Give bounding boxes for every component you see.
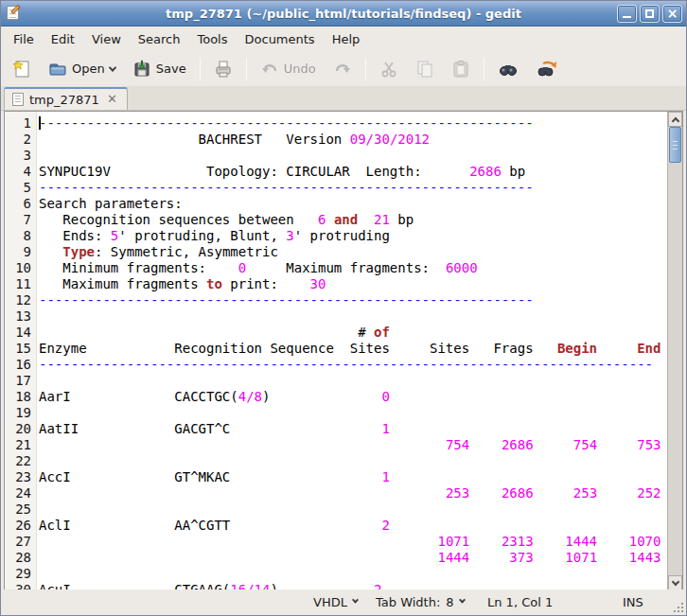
scrollbar-track[interactable] xyxy=(668,127,682,575)
code-line[interactable] xyxy=(39,405,667,421)
code-line[interactable] xyxy=(39,453,667,469)
code-line[interactable]: Type: Symmetric, Asymmetric xyxy=(39,244,667,260)
tab-tmp-27871[interactable]: tmp_27871 ✕ xyxy=(4,87,128,110)
language-selector[interactable]: VHDL xyxy=(313,595,358,609)
new-document-button[interactable] xyxy=(5,55,39,83)
line-number: 22 xyxy=(5,453,31,469)
menubar: FileEditViewSearchToolsDocumentsHelp xyxy=(1,26,686,51)
line-number: 19 xyxy=(5,405,31,421)
toolbar-separator xyxy=(365,58,366,80)
code-line[interactable]: # of xyxy=(39,325,667,341)
find-button[interactable] xyxy=(490,55,526,83)
line-number: 18 xyxy=(5,389,31,405)
code-line[interactable]: ----------------------------------------… xyxy=(39,115,667,132)
code-line[interactable] xyxy=(39,566,667,582)
replace-button[interactable] xyxy=(528,55,566,83)
new-document-icon xyxy=(12,60,31,79)
code-line[interactable] xyxy=(39,373,667,389)
line-number: 3 xyxy=(5,148,31,164)
line-number: 16 xyxy=(5,357,31,373)
line-number: 7 xyxy=(5,212,31,228)
scroll-up-button[interactable] xyxy=(668,112,682,127)
find-icon xyxy=(498,60,519,79)
tab-label: tmp_27871 xyxy=(29,93,99,107)
line-number: 14 xyxy=(5,325,31,341)
code-line[interactable] xyxy=(39,148,667,164)
line-number: 6 xyxy=(5,196,31,212)
scrollbar-thumb[interactable] xyxy=(669,127,681,163)
tab-width-label: Tab Width: xyxy=(376,595,440,609)
editor-frame: 1234567891011121314151617181920212223242… xyxy=(4,111,683,591)
menu-item-tools[interactable]: Tools xyxy=(188,28,236,50)
line-number-gutter: 1234567891011121314151617181920212223242… xyxy=(5,112,37,590)
save-label: Save xyxy=(156,62,186,76)
code-line[interactable]: Ends: 5' protruding, Blunt, 3' protrudin… xyxy=(39,228,667,244)
line-number: 26 xyxy=(5,518,31,534)
code-line[interactable] xyxy=(39,308,667,325)
copy-button[interactable] xyxy=(408,55,442,83)
code-line[interactable]: Minimum fragments: 0 Maximum fragments: … xyxy=(39,260,667,276)
menu-item-help[interactable]: Help xyxy=(324,28,369,50)
line-number: 21 xyxy=(5,437,31,453)
code-line[interactable]: Enzyme Recognition Sequence Sites Sites … xyxy=(39,341,667,357)
code-line[interactable]: BACHREST Version 09/30/2012 xyxy=(39,132,667,148)
redo-icon xyxy=(333,60,352,79)
menu-item-edit[interactable]: Edit xyxy=(43,28,83,50)
code-line[interactable]: Recognition sequences between 6 and 21 b… xyxy=(39,212,667,228)
paste-button[interactable] xyxy=(444,55,478,83)
open-button[interactable]: Open xyxy=(41,55,123,83)
vertical-scrollbar[interactable] xyxy=(667,112,682,590)
line-number: 15 xyxy=(5,341,31,357)
code-line[interactable] xyxy=(39,502,667,518)
code-line[interactable]: ----------------------------------------… xyxy=(39,292,667,308)
code-line[interactable]: AclI AA^CGTT 2 xyxy=(39,518,667,534)
scroll-down-button[interactable] xyxy=(668,575,682,590)
line-number: 24 xyxy=(5,485,31,502)
line-number: 23 xyxy=(5,469,31,485)
line-number: 8 xyxy=(5,228,31,244)
code-line[interactable]: AarI CACCTGC(4/8) 0 xyxy=(39,389,667,405)
line-number: 4 xyxy=(5,164,31,180)
code-line[interactable]: 1444 373 1071 1443 xyxy=(39,550,667,566)
minimize-button[interactable] xyxy=(617,5,637,23)
line-number: 11 xyxy=(5,276,31,292)
cursor-position: Ln 1, Col 1 xyxy=(487,595,553,609)
code-line[interactable]: 253 2686 253 252 xyxy=(39,485,667,502)
menu-item-search[interactable]: Search xyxy=(130,28,189,50)
toolbar-separator xyxy=(246,58,247,80)
print-button[interactable] xyxy=(206,55,240,83)
resize-grip[interactable] xyxy=(673,602,684,613)
code-line[interactable]: SYNPUC19V Topology: CIRCULAR Length: 268… xyxy=(39,164,667,180)
code-line[interactable]: 754 2686 754 753 xyxy=(39,437,667,453)
save-button[interactable]: Save xyxy=(125,55,194,83)
text-editor-area[interactable]: ----------------------------------------… xyxy=(37,112,667,590)
tab-close-icon[interactable]: ✕ xyxy=(105,94,119,105)
code-line[interactable]: ----------------------------------------… xyxy=(39,180,667,196)
code-line[interactable]: AccI GT^MKAC 1 xyxy=(39,469,667,485)
close-button[interactable]: × xyxy=(662,5,682,23)
code-line[interactable]: Search parameters: xyxy=(39,196,667,212)
code-line[interactable]: ----------------------------------------… xyxy=(39,357,667,373)
tabstrip: tmp_27871 ✕ xyxy=(1,86,686,111)
save-icon xyxy=(132,60,151,79)
toolbar-separator xyxy=(200,58,201,80)
menu-item-view[interactable]: View xyxy=(83,28,130,50)
copy-icon xyxy=(415,60,434,79)
text-cursor xyxy=(39,116,41,130)
code-line[interactable]: AatII GACGT^C 1 xyxy=(39,421,667,437)
line-number: 5 xyxy=(5,180,31,196)
statusbar: VHDL Tab Width: 8 Ln 1, Col 1 INS xyxy=(1,590,686,615)
maximize-button[interactable] xyxy=(640,5,660,23)
line-number: 1 xyxy=(5,115,31,132)
menu-item-documents[interactable]: Documents xyxy=(237,28,324,50)
redo-button[interactable] xyxy=(326,55,360,83)
cut-button[interactable] xyxy=(372,55,406,83)
menu-item-file[interactable]: File xyxy=(5,28,43,50)
cut-icon xyxy=(379,60,398,79)
undo-button[interactable]: Undo xyxy=(253,55,324,83)
tab-width-selector[interactable]: Tab Width: 8 xyxy=(376,595,465,609)
line-number: 20 xyxy=(5,421,31,437)
replace-icon xyxy=(536,60,558,79)
code-line[interactable]: 1071 2313 1444 1070 xyxy=(39,534,667,550)
code-line[interactable]: Maximum fragments to print: 30 xyxy=(39,276,667,292)
